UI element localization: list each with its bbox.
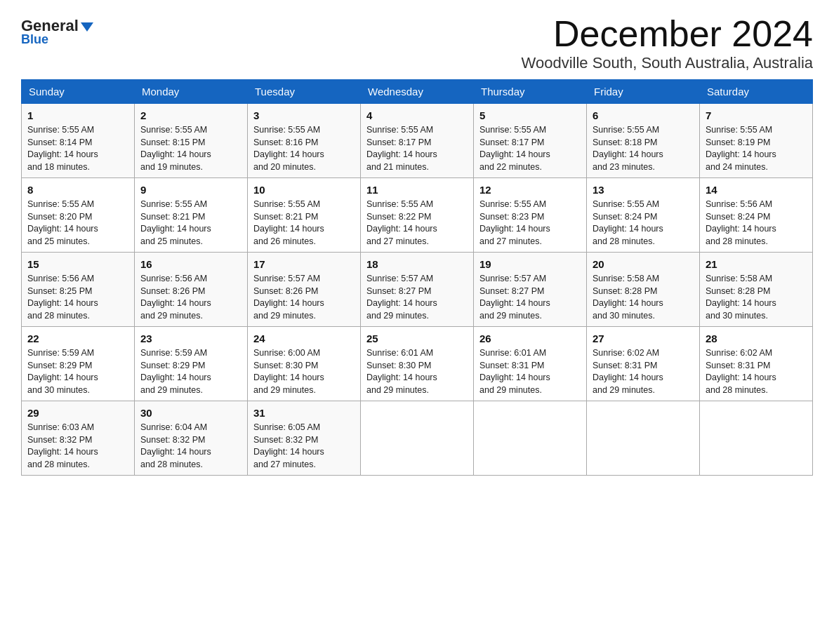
day-daylight: Daylight: 14 hours [140, 149, 241, 161]
day-sunset: Sunset: 8:29 PM [140, 360, 241, 373]
header-thursday: Thursday [474, 80, 587, 104]
day-daylight-cont: and 28 minutes. [140, 459, 241, 471]
day-number: 19 [479, 257, 581, 271]
day-sunset: Sunset: 8:26 PM [140, 286, 241, 298]
day-sunset: Sunset: 8:22 PM [366, 211, 468, 224]
day-daylight-cont: and 24 minutes. [706, 161, 807, 174]
calendar-cell: 31 Sunrise: 6:05 AM Sunset: 8:32 PM Dayl… [248, 401, 361, 476]
week-row-4: 22 Sunrise: 5:59 AM Sunset: 8:29 PM Dayl… [22, 327, 813, 401]
day-daylight: Daylight: 14 hours [140, 446, 241, 459]
calendar-cell: 8 Sunrise: 5:55 AM Sunset: 8:20 PM Dayli… [22, 178, 135, 253]
title-area: December 2024 Woodville South, South Aus… [522, 14, 813, 72]
day-sunrise: Sunrise: 5:55 AM [479, 199, 581, 211]
day-daylight-cont: and 29 minutes. [479, 384, 581, 397]
day-sunrise: Sunrise: 5:56 AM [140, 273, 241, 286]
day-sunrise: Sunrise: 6:00 AM [253, 347, 355, 360]
day-daylight-cont: and 29 minutes. [593, 384, 694, 397]
day-sunrise: Sunrise: 6:01 AM [366, 347, 468, 360]
calendar-cell: 22 Sunrise: 5:59 AM Sunset: 8:29 PM Dayl… [22, 327, 135, 401]
day-daylight: Daylight: 14 hours [706, 372, 807, 384]
day-daylight-cont: and 27 minutes. [479, 236, 581, 248]
day-daylight-cont: and 25 minutes. [140, 236, 241, 248]
month-title: December 2024 [522, 14, 813, 54]
day-number: 8 [27, 182, 128, 197]
day-sunset: Sunset: 8:28 PM [593, 286, 694, 298]
day-sunrise: Sunrise: 5:56 AM [27, 273, 128, 286]
calendar-cell: 17 Sunrise: 5:57 AM Sunset: 8:26 PM Dayl… [248, 253, 361, 327]
day-sunset: Sunset: 8:24 PM [593, 211, 694, 224]
calendar-cell: 29 Sunrise: 6:03 AM Sunset: 8:32 PM Dayl… [22, 401, 135, 476]
day-sunset: Sunset: 8:14 PM [27, 137, 128, 149]
calendar-cell: 13 Sunrise: 5:55 AM Sunset: 8:24 PM Dayl… [587, 178, 700, 253]
day-daylight: Daylight: 14 hours [27, 446, 128, 459]
day-number: 29 [27, 405, 128, 420]
week-row-3: 15 Sunrise: 5:56 AM Sunset: 8:25 PM Dayl… [22, 253, 813, 327]
day-sunset: Sunset: 8:25 PM [27, 286, 128, 298]
day-daylight: Daylight: 14 hours [593, 372, 694, 384]
day-number: 5 [479, 108, 581, 123]
calendar-cell: 14 Sunrise: 5:56 AM Sunset: 8:24 PM Dayl… [700, 178, 813, 253]
header-monday: Monday [135, 80, 248, 104]
week-row-1: 1 Sunrise: 5:55 AM Sunset: 8:14 PM Dayli… [22, 104, 813, 178]
day-daylight: Daylight: 14 hours [253, 446, 355, 459]
calendar-table: Sunday Monday Tuesday Wednesday Thursday… [21, 79, 813, 476]
day-sunset: Sunset: 8:15 PM [140, 137, 241, 149]
day-sunrise: Sunrise: 5:58 AM [706, 273, 807, 286]
calendar-cell: 26 Sunrise: 6:01 AM Sunset: 8:31 PM Dayl… [474, 327, 587, 401]
calendar-cell: 1 Sunrise: 5:55 AM Sunset: 8:14 PM Dayli… [22, 104, 135, 178]
day-number: 13 [593, 182, 694, 197]
day-sunrise: Sunrise: 5:59 AM [27, 347, 128, 360]
day-daylight: Daylight: 14 hours [479, 223, 581, 236]
day-sunrise: Sunrise: 6:02 AM [593, 347, 694, 360]
day-sunrise: Sunrise: 5:55 AM [253, 124, 355, 137]
day-daylight-cont: and 29 minutes. [366, 310, 468, 323]
day-sunset: Sunset: 8:16 PM [253, 137, 355, 149]
header-tuesday: Tuesday [248, 80, 361, 104]
day-daylight-cont: and 18 minutes. [27, 161, 128, 174]
day-daylight-cont: and 27 minutes. [366, 236, 468, 248]
day-daylight-cont: and 28 minutes. [27, 310, 128, 323]
calendar-cell: 2 Sunrise: 5:55 AM Sunset: 8:15 PM Dayli… [135, 104, 248, 178]
calendar-cell: 27 Sunrise: 6:02 AM Sunset: 8:31 PM Dayl… [587, 327, 700, 401]
day-daylight: Daylight: 14 hours [253, 149, 355, 161]
day-sunrise: Sunrise: 5:55 AM [706, 124, 807, 137]
day-sunrise: Sunrise: 6:03 AM [27, 422, 128, 434]
day-daylight-cont: and 22 minutes. [479, 161, 581, 174]
day-daylight: Daylight: 14 hours [366, 372, 468, 384]
day-sunrise: Sunrise: 5:55 AM [366, 199, 468, 211]
day-number: 21 [706, 257, 807, 271]
day-sunrise: Sunrise: 5:58 AM [593, 273, 694, 286]
header-sunday: Sunday [22, 80, 135, 104]
day-daylight: Daylight: 14 hours [479, 297, 581, 310]
day-sunrise: Sunrise: 5:56 AM [706, 199, 807, 211]
day-number: 27 [593, 331, 694, 346]
day-sunset: Sunset: 8:31 PM [706, 360, 807, 373]
day-sunset: Sunset: 8:23 PM [479, 211, 581, 224]
calendar-cell: 23 Sunrise: 5:59 AM Sunset: 8:29 PM Dayl… [135, 327, 248, 401]
day-daylight-cont: and 28 minutes. [706, 236, 807, 248]
day-daylight: Daylight: 14 hours [253, 372, 355, 384]
day-sunrise: Sunrise: 5:55 AM [479, 124, 581, 137]
day-daylight-cont: and 29 minutes. [253, 384, 355, 397]
day-daylight-cont: and 27 minutes. [253, 459, 355, 471]
day-sunset: Sunset: 8:32 PM [27, 434, 128, 447]
day-daylight-cont: and 19 minutes. [140, 161, 241, 174]
day-sunrise: Sunrise: 5:57 AM [253, 273, 355, 286]
day-daylight: Daylight: 14 hours [366, 149, 468, 161]
calendar-cell: 9 Sunrise: 5:55 AM Sunset: 8:21 PM Dayli… [135, 178, 248, 253]
day-sunset: Sunset: 8:24 PM [706, 211, 807, 224]
day-number: 2 [140, 108, 241, 123]
day-daylight: Daylight: 14 hours [593, 223, 694, 236]
calendar-cell: 21 Sunrise: 5:58 AM Sunset: 8:28 PM Dayl… [700, 253, 813, 327]
day-sunset: Sunset: 8:21 PM [140, 211, 241, 224]
calendar-cell: 5 Sunrise: 5:55 AM Sunset: 8:17 PM Dayli… [474, 104, 587, 178]
day-daylight-cont: and 25 minutes. [27, 236, 128, 248]
day-daylight: Daylight: 14 hours [27, 223, 128, 236]
day-daylight: Daylight: 14 hours [27, 297, 128, 310]
day-sunset: Sunset: 8:30 PM [366, 360, 468, 373]
calendar-cell: 11 Sunrise: 5:55 AM Sunset: 8:22 PM Dayl… [361, 178, 474, 253]
day-daylight: Daylight: 14 hours [140, 297, 241, 310]
day-sunrise: Sunrise: 5:57 AM [366, 273, 468, 286]
weekday-header-row: Sunday Monday Tuesday Wednesday Thursday… [22, 80, 813, 104]
day-number: 3 [253, 108, 355, 123]
